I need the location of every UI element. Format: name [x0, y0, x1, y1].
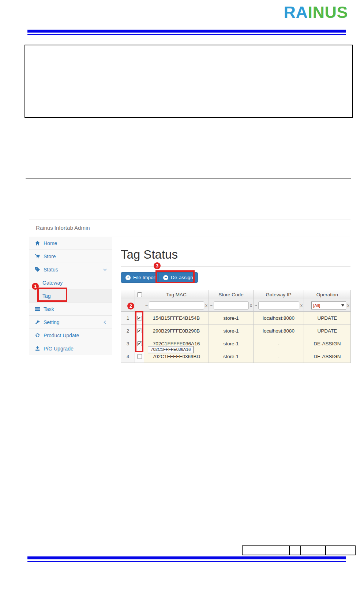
annotation-step-2: 2: [127, 303, 134, 309]
store-code-cell: store-1: [209, 324, 254, 337]
tilde-operator: ~: [145, 303, 148, 308]
row-number: 1: [121, 312, 135, 324]
filter-checkbox-cell: [135, 299, 144, 312]
filter-tag-mac-cell: ~ x: [144, 299, 209, 312]
row-number: 2: [121, 324, 135, 337]
operation-cell: DE-ASSIGN: [304, 337, 351, 350]
sidebar-item-home[interactable]: Home: [29, 237, 112, 250]
tag-mac-cell: 154B15FFFE4B154B: [144, 312, 209, 324]
sidebar-item-label: Status: [44, 267, 58, 273]
operation-cell: UPDATE: [304, 312, 351, 324]
cart-icon: [35, 254, 40, 259]
footer-cell: [300, 546, 325, 555]
footer-cell: [325, 546, 355, 555]
sidebar-item-label: Gateway: [42, 280, 63, 286]
logo-part-green: INUS: [308, 3, 348, 22]
top-rule-thin: [27, 34, 346, 35]
empty-text-box: [25, 45, 353, 118]
filter-store-code-cell: ~ x: [209, 299, 254, 312]
store-code-cell: store-1: [209, 337, 254, 350]
app-title: Rainus Infortab Admin: [36, 225, 90, 231]
header-gateway-ip[interactable]: Gateway IP: [254, 290, 304, 299]
header-checkbox-cell: [135, 290, 144, 299]
sidebar-item-store[interactable]: Store: [29, 250, 112, 263]
file-import-label: File Import: [133, 275, 157, 280]
footer-table: [242, 545, 356, 555]
row-number: 3: [121, 337, 135, 350]
page-title: Tag Status: [121, 248, 178, 262]
sidebar-item-label: P/G Upgrade: [44, 346, 74, 352]
chevron-left-icon: [103, 320, 107, 324]
filter-operation-cell: == [All] x: [304, 299, 351, 312]
clear-filter-button[interactable]: x: [205, 303, 207, 308]
clear-filter-button[interactable]: x: [300, 303, 303, 308]
footer-cell: [289, 546, 300, 555]
annotation-rect-checkboxes: [135, 311, 143, 352]
logo-part-blue: RA: [284, 3, 308, 22]
operation-cell: DE-ASSIGN: [304, 350, 351, 363]
sidebar-item-label: Setting: [44, 319, 60, 325]
header-tag-mac[interactable]: Tag MAC: [144, 290, 209, 299]
header-store-code[interactable]: Store Code: [209, 290, 254, 299]
annotation-rect-tag: [37, 288, 67, 302]
tag-mac-cell: 290B29FFFE0B290B: [144, 324, 209, 337]
sidebar-item-product-update[interactable]: Product Update: [29, 329, 112, 342]
sidebar-item-label: Store: [44, 254, 56, 259]
sidebar-item-setting[interactable]: Setting: [29, 316, 112, 329]
tilde-operator: ~: [255, 303, 257, 308]
operation-select[interactable]: [All]: [311, 301, 346, 309]
gateway-ip-cell: -: [254, 350, 304, 363]
sidebar-item-label: Home: [44, 240, 57, 246]
section-divider: [26, 178, 351, 179]
admin-screenshot: Rainus Infortab Admin Home Store Status: [29, 220, 350, 363]
bottom-rule-thin: [27, 561, 346, 562]
top-rule-thick: [27, 30, 346, 33]
footer-cell: [243, 546, 289, 555]
annotation-step-3: 3: [154, 262, 161, 269]
mac-tooltip: 702C1FFFFE036A16: [148, 346, 194, 353]
sidebar-item-pg-upgrade[interactable]: P/G Upgrade: [29, 342, 112, 355]
document-page: RAINUS Rainus Infortab Admin Home Store: [0, 0, 364, 589]
wrench-icon: [35, 320, 40, 324]
filter-gateway-ip-cell: ~ x: [254, 299, 304, 312]
upload-icon: [35, 346, 40, 351]
app-header: Rainus Infortab Admin: [29, 220, 350, 236]
gateway-ip-cell: localhost:8080: [254, 324, 304, 337]
header-rownum: [121, 290, 135, 299]
equals-operator: ==: [305, 303, 310, 308]
store-code-cell: store-1: [209, 350, 254, 363]
rainus-logo: RAINUS: [284, 3, 348, 22]
operation-select-value: [All]: [313, 303, 320, 308]
clear-filter-button[interactable]: x: [347, 303, 349, 308]
tag-mac-filter-input[interactable]: [149, 301, 204, 309]
bottom-rule-thick: [27, 556, 346, 559]
store-code-filter-input[interactable]: [214, 301, 249, 309]
select-all-checkbox[interactable]: [137, 292, 142, 297]
annotation-rect-deassign: [155, 270, 195, 283]
operation-cell: UPDATE: [304, 324, 351, 337]
gateway-ip-cell: -: [254, 337, 304, 350]
sidebar-item-label: Task: [44, 306, 54, 312]
gateway-ip-filter-input[interactable]: [258, 301, 299, 309]
sidebar-item-label: Product Update: [44, 333, 79, 338]
store-code-cell: store-1: [209, 312, 254, 324]
annotation-step-1: 1: [32, 283, 39, 290]
refresh-icon: [35, 333, 40, 338]
sidebar-item-task[interactable]: Task: [29, 303, 112, 316]
gateway-ip-cell: localhost:8080: [254, 312, 304, 324]
chevron-down-icon: [103, 267, 107, 271]
sidebar-item-status[interactable]: Status: [29, 263, 112, 276]
tilde-operator: ~: [210, 303, 213, 308]
tag-icon: [35, 267, 40, 272]
header-operation[interactable]: Operation: [304, 290, 351, 299]
clear-filter-button[interactable]: x: [250, 303, 252, 308]
plus-circle-icon: [125, 275, 131, 280]
row-number: 4: [121, 350, 135, 363]
select-dropdown-arrow-icon: [341, 304, 344, 307]
row-checkbox[interactable]: [137, 354, 142, 359]
list-icon: [35, 307, 40, 311]
home-icon: [35, 241, 40, 245]
